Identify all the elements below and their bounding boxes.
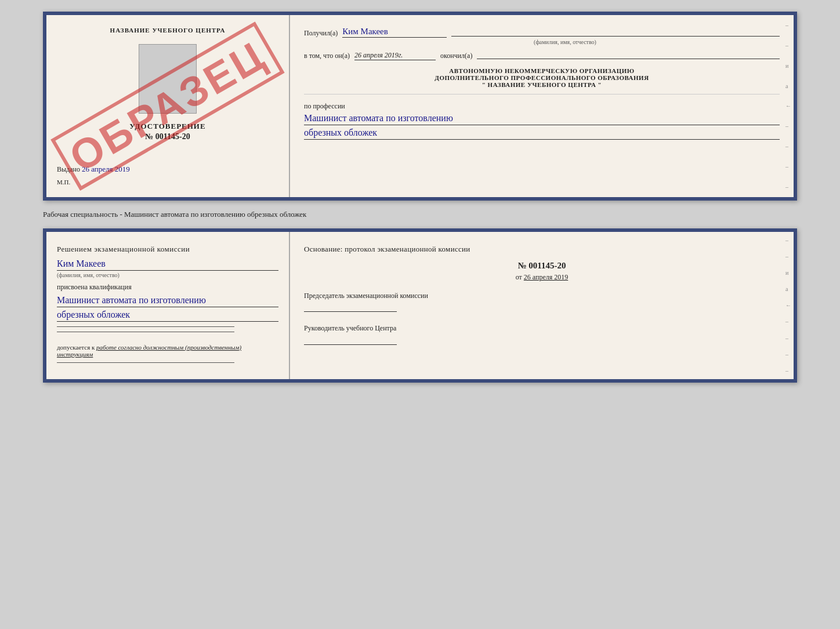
profession-label: по профессии bbox=[304, 102, 345, 110]
bottom-card-right: Основание: протокол экзаменационной коми… bbox=[290, 232, 794, 379]
org-line3: " НАЗВАНИЕ УЧЕБНОГО ЦЕНТРА " bbox=[304, 81, 780, 88]
completion-date: 26 апреля 2019г. bbox=[354, 51, 436, 60]
bottom-person-name: Ким Макеев bbox=[57, 259, 278, 269]
cert-number: № 001145-20 bbox=[129, 132, 205, 141]
org-line2: ДОПОЛНИТЕЛЬНОГО ПРОФЕССИОНАЛЬНОГО ОБРАЗО… bbox=[304, 74, 780, 81]
basis-label: Основание: протокол экзаменационной коми… bbox=[304, 243, 780, 255]
director-sig-line bbox=[304, 338, 397, 345]
org-name-top: НАЗВАНИЕ УЧЕБНОГО ЦЕНТРА bbox=[110, 27, 226, 34]
profession-line2: обрезных обложек bbox=[304, 128, 780, 140]
assigned-label: присвоена квалификация bbox=[57, 283, 278, 292]
bottom-qualification-line2: обрезных обложек bbox=[57, 310, 278, 322]
allowed-block: допускается к работе согласно должностны… bbox=[57, 344, 278, 358]
profession-line1: Машинист автомата по изготовлению bbox=[304, 113, 780, 125]
bottom-card-left: Решением экзаменационной комиссии Ким Ма… bbox=[46, 232, 290, 379]
decision-label: Решением экзаменационной комиссии bbox=[57, 243, 278, 255]
chairman-label: Председатель экзаменационной комиссии bbox=[304, 291, 780, 301]
bottom-fio-label: (фамилия, имя, отчество) bbox=[57, 270, 278, 278]
org-block: АВТОНОМНУЮ НЕКОММЕРЧЕСКУЮ ОРГАНИЗАЦИЮ ДО… bbox=[304, 67, 780, 88]
bottom-certificate-card: Решением экзаменационной комиссии Ким Ма… bbox=[43, 228, 797, 383]
bottom-qualification-line1: Машинист автомата по изготовлению bbox=[57, 295, 278, 307]
top-card-left: НАЗВАНИЕ УЧЕБНОГО ЦЕНТРА УДОСТОВЕРЕНИЕ №… bbox=[46, 15, 290, 197]
cert-title-block: УДОСТОВЕРЕНИЕ № 001145-20 bbox=[129, 122, 205, 141]
received-label: Получил(а) bbox=[304, 29, 338, 38]
in-that-label: в том, что он(а) bbox=[304, 52, 350, 60]
finished-label: окончил(а) bbox=[440, 52, 472, 60]
fio-label-top: (фамилия, имя, отчество) bbox=[350, 39, 780, 45]
director-block: Руководитель учебного Центра bbox=[304, 323, 780, 345]
protocol-number: № 001145-20 bbox=[304, 261, 780, 271]
issued-date: Выдано 26 апреля 2019 bbox=[57, 165, 278, 174]
mp-label: М.П. bbox=[57, 179, 70, 186]
side-marks-top: – – и а ← – – – – bbox=[785, 15, 791, 197]
profession-block: по профессии Машинист автомата по изгото… bbox=[304, 100, 780, 140]
protocol-date: от 26 апреля 2019 bbox=[304, 273, 780, 282]
top-card-right: Получил(а) Ким Макеев (фамилия, имя, отч… bbox=[290, 15, 794, 197]
cert-title: УДОСТОВЕРЕНИЕ bbox=[129, 122, 205, 131]
org-line1: АВТОНОМНУЮ НЕКОММЕРЧЕСКУЮ ОРГАНИЗАЦИЮ bbox=[304, 67, 780, 74]
chairman-sig-line bbox=[304, 305, 397, 312]
top-certificate-card: НАЗВАНИЕ УЧЕБНОГО ЦЕНТРА УДОСТОВЕРЕНИЕ №… bbox=[43, 12, 797, 201]
caption: Рабочая специальность - Машинист автомат… bbox=[43, 210, 797, 219]
director-label: Руководитель учебного Центра bbox=[304, 323, 780, 333]
photo-placeholder bbox=[139, 44, 197, 114]
chairman-block: Председатель экзаменационной комиссии bbox=[304, 291, 780, 312]
recipient-name: Ким Макеев bbox=[342, 27, 447, 38]
side-marks-bottom: – – и а ← – – – – bbox=[785, 232, 791, 379]
